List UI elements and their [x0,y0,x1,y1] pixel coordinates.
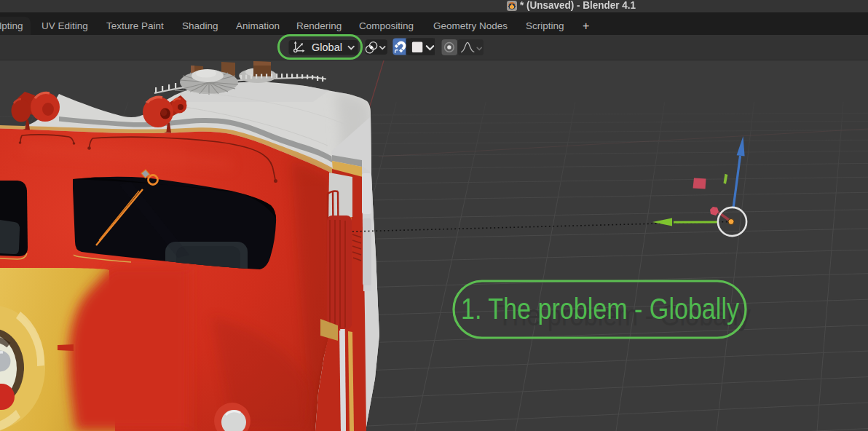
svg-text:1. The problem - Globally: 1. The problem - Globally [461,291,739,325]
